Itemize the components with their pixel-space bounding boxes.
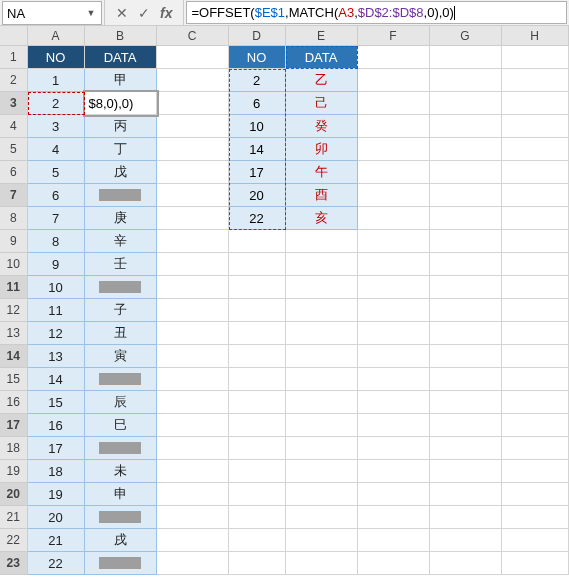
cell[interactable] [502, 115, 569, 138]
cell[interactable] [157, 253, 229, 276]
cell[interactable]: 10 [28, 276, 85, 299]
col-header-E[interactable]: E [286, 26, 358, 46]
cell[interactable]: 22 [229, 207, 286, 230]
cell[interactable]: 15 [28, 391, 85, 414]
cell[interactable]: 子 [85, 299, 157, 322]
table-d-header-data[interactable]: DATA [286, 46, 358, 69]
cell[interactable]: 丑 [85, 322, 157, 345]
cell[interactable] [157, 46, 229, 69]
row-header-3[interactable]: 3 [0, 92, 28, 115]
row-header-21[interactable]: 21 [0, 506, 28, 529]
cell[interactable]: 4 [28, 138, 85, 161]
cell[interactable] [286, 483, 358, 506]
cell[interactable] [286, 368, 358, 391]
col-header-G[interactable]: G [430, 26, 502, 46]
cell[interactable]: 寅 [85, 345, 157, 368]
cell[interactable] [229, 460, 286, 483]
cell[interactable] [358, 230, 430, 253]
row-header-11[interactable]: 11 [0, 276, 28, 299]
cell[interactable] [502, 529, 569, 552]
cell[interactable] [502, 345, 569, 368]
cell[interactable] [430, 184, 502, 207]
cell[interactable] [502, 552, 569, 575]
cell[interactable]: 16 [28, 414, 85, 437]
cell[interactable]: 7 [28, 207, 85, 230]
cell[interactable] [358, 460, 430, 483]
cell[interactable]: 21 [28, 529, 85, 552]
cell[interactable]: 戊 [85, 161, 157, 184]
cell[interactable] [502, 92, 569, 115]
cell[interactable] [229, 345, 286, 368]
cell[interactable] [430, 299, 502, 322]
cell[interactable] [502, 253, 569, 276]
cell[interactable]: 癸 [286, 115, 358, 138]
cell[interactable]: 乙 [286, 69, 358, 92]
cell[interactable] [502, 207, 569, 230]
row-header-15[interactable]: 15 [0, 368, 28, 391]
cell[interactable] [157, 115, 229, 138]
cell[interactable] [157, 138, 229, 161]
cell[interactable]: 17 [229, 161, 286, 184]
cell[interactable]: 2 [28, 92, 85, 115]
cell[interactable] [358, 184, 430, 207]
cell[interactable] [358, 345, 430, 368]
cell[interactable] [286, 460, 358, 483]
cell[interactable] [229, 437, 286, 460]
cell[interactable] [286, 230, 358, 253]
cell[interactable] [157, 322, 229, 345]
name-box-input[interactable] [7, 6, 77, 21]
cell[interactable]: 3 [28, 115, 85, 138]
cell[interactable]: 17 [28, 437, 85, 460]
cell[interactable]: 6 [28, 184, 85, 207]
cell[interactable] [502, 460, 569, 483]
cell[interactable] [358, 276, 430, 299]
cell[interactable] [358, 46, 430, 69]
cell[interactable] [286, 391, 358, 414]
cell[interactable] [85, 184, 157, 207]
cell[interactable] [430, 161, 502, 184]
cell[interactable] [430, 322, 502, 345]
cell[interactable] [229, 529, 286, 552]
cell[interactable] [85, 368, 157, 391]
cell[interactable] [430, 437, 502, 460]
cell[interactable] [85, 552, 157, 575]
cell[interactable] [502, 391, 569, 414]
cancel-icon[interactable]: ✕ [116, 5, 128, 21]
cell[interactable]: 辛 [85, 230, 157, 253]
row-header-4[interactable]: 4 [0, 115, 28, 138]
cell[interactable] [157, 276, 229, 299]
cell[interactable] [502, 483, 569, 506]
cell[interactable]: 8 [28, 230, 85, 253]
cell[interactable] [286, 299, 358, 322]
table-a-header-data[interactable]: DATA [85, 46, 157, 69]
cell[interactable] [157, 368, 229, 391]
cell[interactable] [430, 276, 502, 299]
cell[interactable] [502, 368, 569, 391]
cell[interactable] [157, 552, 229, 575]
cell[interactable] [157, 506, 229, 529]
cell[interactable]: 戌 [85, 529, 157, 552]
table-a-header-no[interactable]: NO [28, 46, 85, 69]
cell[interactable] [430, 414, 502, 437]
cell[interactable] [229, 276, 286, 299]
cell[interactable] [358, 138, 430, 161]
spreadsheet-grid[interactable]: ABCDEFGH 1234567891011121314151617181920… [0, 26, 569, 581]
row-header-19[interactable]: 19 [0, 460, 28, 483]
cell[interactable] [430, 391, 502, 414]
cell[interactable] [502, 299, 569, 322]
cell[interactable] [430, 115, 502, 138]
cell[interactable]: 甲 [85, 69, 157, 92]
cell[interactable] [358, 437, 430, 460]
cell[interactable] [358, 299, 430, 322]
cell[interactable]: 12 [28, 322, 85, 345]
cell[interactable] [229, 322, 286, 345]
col-header-F[interactable]: F [358, 26, 430, 46]
cell[interactable] [502, 138, 569, 161]
cell[interactable]: 14 [229, 138, 286, 161]
cell[interactable] [157, 207, 229, 230]
cell[interactable] [502, 161, 569, 184]
cell[interactable] [157, 391, 229, 414]
cell[interactable]: 2 [229, 69, 286, 92]
table-d-header-no[interactable]: NO [229, 46, 286, 69]
cell[interactable] [430, 506, 502, 529]
